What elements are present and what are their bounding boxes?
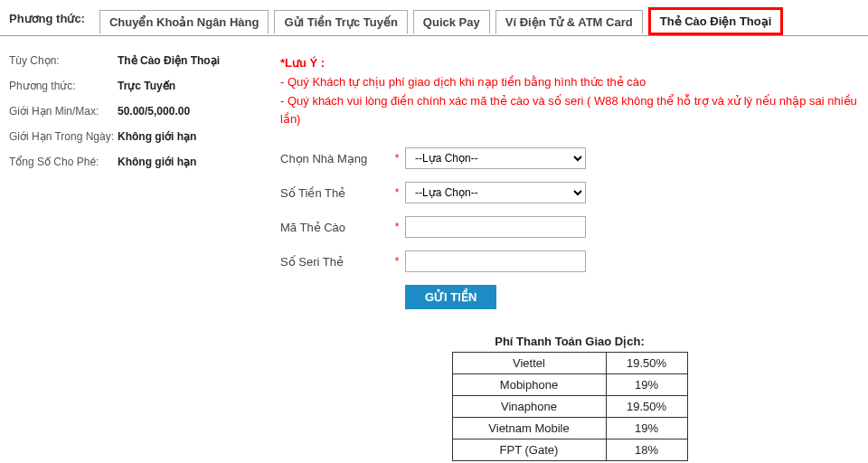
tabs-row: Phương thức: Chuyển Khoản Ngân Hàng Gửi … xyxy=(0,0,868,36)
notice-title: *Lưu Ý : xyxy=(280,56,325,70)
info-daily-label: Giới Hạn Trong Ngày: xyxy=(9,130,118,143)
form-provider-label: Chọn Nhà Mạng xyxy=(280,152,389,165)
info-method: Phương thức: Trực Tuyến xyxy=(9,80,262,92)
fee-pct: 18% xyxy=(606,439,687,461)
right-panel: *Lưu Ý : - Quý Khách tự chịu phí giao dị… xyxy=(280,54,859,461)
fee-name: FPT (Gate) xyxy=(452,439,606,461)
fee-pct: 19% xyxy=(606,374,687,396)
fee-name: Viettel xyxy=(452,353,606,374)
form-serial-label: Số Seri Thẻ xyxy=(280,255,389,269)
submit-row: GỬI TIỀN xyxy=(405,285,859,309)
table-row: Viettel19.50% xyxy=(452,353,687,374)
left-panel: Tùy Chọn: Thẻ Cào Điện Thoại Phương thức… xyxy=(9,54,280,461)
form-code-row: Mã Thẻ Cào * xyxy=(280,216,859,238)
info-limit-label: Giới Hạn Min/Max: xyxy=(9,105,118,118)
table-row: Mobiphone19% xyxy=(452,374,687,396)
fee-name: Mobiphone xyxy=(452,374,606,396)
info-option: Tùy Chọn: Thẻ Cào Điện Thoại xyxy=(9,54,262,67)
fee-title: Phí Thanh Toán Giao Dịch: xyxy=(280,335,859,348)
fee-pct: 19% xyxy=(606,418,687,439)
info-total-value: Không giới hạn xyxy=(118,156,196,168)
table-row: Vietnam Mobile19% xyxy=(452,418,687,439)
table-row: Vinaphone19.50% xyxy=(452,396,687,418)
card-serial-input[interactable] xyxy=(405,250,586,272)
info-option-value: Thẻ Cào Điện Thoại xyxy=(118,54,220,67)
fee-name: Vinaphone xyxy=(452,396,606,418)
required-icon: * xyxy=(389,152,405,165)
info-total-label: Tổng Số Cho Phé: xyxy=(9,156,118,168)
info-limit: Giới Hạn Min/Max: 50.00/5,000.00 xyxy=(9,105,262,118)
info-total: Tổng Số Cho Phé: Không giới hạn xyxy=(9,156,262,168)
notice-line1: - Quý Khách tự chịu phí giao dịch khi nạ… xyxy=(280,75,646,89)
card-code-input[interactable] xyxy=(405,216,586,238)
form-code-label: Mã Thẻ Cào xyxy=(280,221,389,234)
info-limit-value: 50.00/5,000.00 xyxy=(118,105,190,118)
tab-quick-pay[interactable]: Quick Pay xyxy=(413,10,490,33)
form-amount-label: Số Tiền Thẻ xyxy=(280,186,389,200)
fee-section: Phí Thanh Toán Giao Dịch: Viettel19.50% … xyxy=(280,335,859,461)
fee-table: Viettel19.50% Mobiphone19% Vinaphone19.5… xyxy=(452,352,688,461)
amount-select[interactable]: --Lựa Chọn-- xyxy=(405,182,586,203)
required-icon: * xyxy=(389,186,405,199)
form-provider-row: Chọn Nhà Mạng * --Lựa Chọn-- xyxy=(280,147,859,169)
form-amount-row: Số Tiền Thẻ * --Lựa Chọn-- xyxy=(280,182,859,203)
notice-line2: - Quý khách vui lòng điền chính xác mã t… xyxy=(280,94,857,127)
info-daily-value: Không giới hạn xyxy=(118,130,196,143)
fee-pct: 19.50% xyxy=(606,396,687,418)
info-method-label: Phương thức: xyxy=(9,80,118,92)
info-daily: Giới Hạn Trong Ngày: Không giới hạn xyxy=(9,130,262,143)
notice: *Lưu Ý : - Quý Khách tự chịu phí giao dị… xyxy=(280,54,859,129)
required-icon: * xyxy=(389,221,405,233)
tab-online-deposit[interactable]: Gửi Tiền Trực Tuyến xyxy=(274,10,407,33)
fee-pct: 19.50% xyxy=(606,353,687,374)
info-option-label: Tùy Chọn: xyxy=(9,54,118,67)
fee-name: Vietnam Mobile xyxy=(452,418,606,439)
tabs-label: Phương thức: xyxy=(9,12,85,31)
required-icon: * xyxy=(389,255,405,268)
tab-ewallet-atm[interactable]: Ví Điện Tử & ATM Card xyxy=(495,10,643,33)
tab-bank-transfer[interactable]: Chuyển Khoản Ngân Hàng xyxy=(99,10,269,33)
submit-button[interactable]: GỬI TIỀN xyxy=(405,285,496,309)
info-method-value: Trực Tuyến xyxy=(118,80,175,92)
content: Tùy Chọn: Thẻ Cào Điện Thoại Phương thức… xyxy=(0,36,868,463)
table-row: FPT (Gate)18% xyxy=(452,439,687,461)
provider-select[interactable]: --Lựa Chọn-- xyxy=(405,147,586,169)
tab-phone-card[interactable]: Thẻ Cào Điện Thoại xyxy=(648,7,784,35)
form-serial-row: Số Seri Thẻ * xyxy=(280,250,859,272)
